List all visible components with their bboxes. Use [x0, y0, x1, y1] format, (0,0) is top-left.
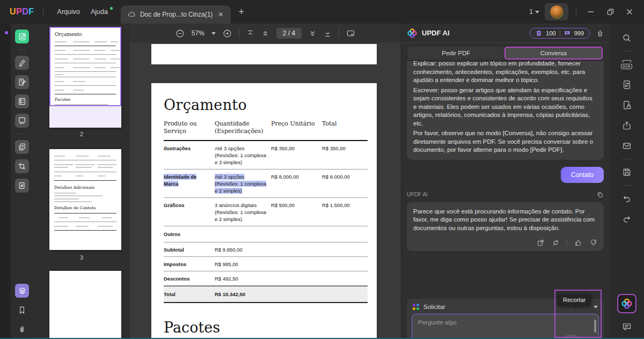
tab-pedir-pdf[interactable]: Pedir PDF: [408, 47, 504, 60]
cell-qty: Até 3 opções (Revisões: 1 complexa e 3 s…: [215, 145, 271, 166]
redo-icon[interactable]: [619, 211, 635, 227]
page-thumbnail-2[interactable]: Orçamento Pacotes: [49, 27, 121, 128]
document-viewport[interactable]: Orçamento Produto ou Serviço Quantidade …: [130, 43, 401, 339]
table-total-row: Total R$ 10.342,50: [164, 286, 368, 303]
cell-qty: Até 3 opções (Revisões: 1 complexa e 2 s…: [215, 174, 266, 194]
divider: [18, 134, 26, 134]
new-tab-button[interactable]: +: [238, 6, 244, 18]
copy-icon[interactable]: [596, 191, 604, 198]
updf-ai-logo-icon: [407, 28, 418, 39]
comment-tool-button[interactable]: [15, 30, 29, 43]
page-thumbnail-4[interactable]: [49, 271, 121, 339]
table-row: Subtotal R$ 9.850,00: [164, 242, 368, 257]
cell-qty: 3 anúncios digitais (Revisões: 1 complex…: [215, 202, 271, 223]
convert-icon[interactable]: [619, 77, 635, 93]
window-count: 1: [529, 8, 533, 16]
divider: [623, 185, 631, 186]
organize-pages-tool-button[interactable]: [15, 140, 29, 154]
ocr-icon[interactable]: OCR: [619, 56, 635, 72]
cell-value: R$ 492,50: [215, 275, 368, 282]
chat-input-box[interactable]: [412, 314, 599, 339]
table-row-selected: Identidade de Marca Até 3 opções (Revisõ…: [164, 170, 368, 198]
doc-section-title: Orçamento: [164, 97, 368, 113]
menu-ajuda[interactable]: Ajuda: [85, 5, 113, 19]
cell-total: R$ 8.000,00: [322, 173, 368, 194]
divider: [43, 8, 43, 16]
presentation-mode-button[interactable]: [346, 29, 355, 38]
thumbs-up-icon[interactable]: [574, 239, 582, 247]
first-page-button[interactable]: [246, 30, 254, 38]
tab-conversa[interactable]: Conversa: [504, 47, 603, 60]
close-button[interactable]: [623, 5, 636, 19]
tab-close-icon[interactable]: ✕: [217, 11, 224, 18]
layers-tool-button[interactable]: [15, 284, 29, 298]
forms-tool-button[interactable]: [15, 94, 29, 108]
table-row: Descontos R$ 492,50: [164, 271, 368, 286]
undo-icon[interactable]: [619, 190, 635, 207]
next-page-button[interactable]: [309, 30, 317, 38]
chat-input[interactable]: [412, 314, 598, 337]
titlebar: U P D F Arquivo Ajuda Doc de Prop...to C…: [0, 0, 644, 24]
zoom-in-button[interactable]: [223, 29, 232, 38]
logo-letter: U: [10, 7, 16, 17]
last-page-button[interactable]: [324, 30, 332, 38]
attachment-icon[interactable]: [15, 322, 29, 336]
notification-dot: [110, 7, 113, 10]
account-button[interactable]: [545, 3, 568, 20]
divider: [560, 30, 560, 36]
menu-arquivo[interactable]: Arquivo: [52, 5, 85, 19]
zoom-dropdown-icon[interactable]: [211, 32, 216, 35]
ai-credits-badge[interactable]: 100 999: [530, 28, 590, 39]
page-thumbnail-3[interactable]: Detalhes Adicionais Detalhes de Contato: [49, 149, 121, 250]
ai-panel-header: UPDF AI 100 999: [401, 24, 609, 43]
edit-pdf-tool-button[interactable]: [15, 75, 29, 89]
highlighter-tool-button[interactable]: [15, 56, 29, 70]
feedback-icon[interactable]: [619, 319, 635, 335]
page-indicator[interactable]: 2 / 4: [276, 28, 302, 39]
logo-letter: F: [28, 7, 34, 17]
cell-label: Outros: [164, 231, 215, 238]
watermark-tool-button[interactable]: [15, 179, 29, 193]
col-header: Produto ou Serviço: [164, 120, 215, 135]
document-area: 57% 2 / 4 Orçamento Produto ou Serviço Q…: [130, 24, 401, 339]
regenerate-icon[interactable]: [552, 239, 560, 247]
zoom-out-button[interactable]: [175, 29, 185, 38]
thumb-doc-title: Orçamento: [55, 32, 116, 37]
logo-letter: D: [22, 7, 28, 17]
cell-product: Gráficos: [164, 202, 215, 223]
search-icon[interactable]: [619, 30, 635, 46]
thumb-section-title: Detalhes Adicionais: [54, 185, 116, 190]
col-header: Preço Unitário: [271, 120, 322, 135]
divider: [623, 159, 631, 159]
export-icon[interactable]: [537, 239, 545, 247]
document-tab-title: Doc de Prop...to Cinza(1): [140, 11, 213, 18]
thumb-section-title: Detalhes de Contato: [54, 205, 116, 210]
document-tab[interactable]: Doc de Prop...to Cinza(1) ✕: [121, 5, 231, 24]
pdf-page-1-fragment: [151, 44, 377, 64]
email-icon[interactable]: [619, 138, 635, 154]
restore-button[interactable]: [603, 5, 617, 19]
table-row: Gráficos 3 anúncios digitais (Revisões: …: [164, 198, 368, 226]
cell-value: R$ 9.850,00: [215, 246, 368, 253]
menu-ajuda-label: Ajuda: [91, 8, 108, 16]
doc-section-title: Pacotes: [164, 319, 368, 336]
share-icon[interactable]: [619, 117, 635, 134]
bookmark-icon[interactable]: [15, 303, 29, 317]
chat-history[interactable]: Explicar: posso explicar um tópico em pr…: [407, 61, 604, 294]
save-icon[interactable]: [619, 164, 635, 180]
minimize-button[interactable]: [584, 5, 598, 19]
protect-icon[interactable]: [619, 97, 635, 113]
thumbs-down-icon[interactable]: [589, 239, 597, 247]
page-number-label: 3: [33, 254, 130, 261]
input-scrollbar[interactable]: [594, 320, 596, 333]
ai-message-bubble: Parece que você está procurando informaç…: [407, 202, 604, 252]
updf-ai-dock-button[interactable]: [617, 294, 636, 313]
window-switcher[interactable]: 1: [529, 8, 539, 16]
ai-message-paragraph: Explicar: posso explicar um tópico em pr…: [413, 61, 597, 85]
previous-page-button[interactable]: [261, 30, 269, 38]
page-credit-count: 100: [546, 30, 555, 36]
left-edge-strip: [0, 24, 11, 339]
clear-history-icon[interactable]: [595, 29, 604, 38]
sign-tool-button[interactable]: [15, 114, 29, 128]
crop-pages-tool-button[interactable]: [15, 159, 29, 173]
